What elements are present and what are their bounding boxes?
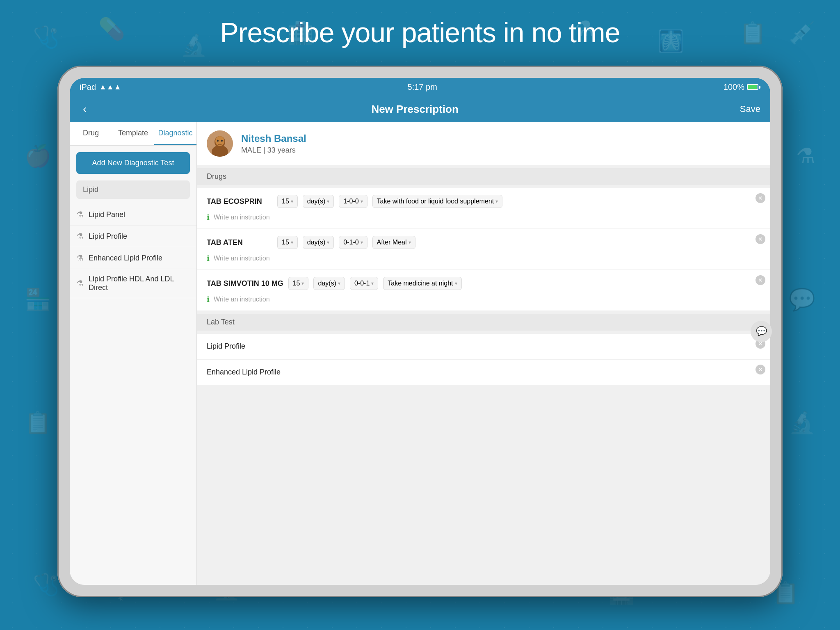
drug-ecosprin-instruction-select[interactable]: Take with food or liquid food supplement… [372, 195, 503, 208]
drug-aten-unit: day(s) [307, 239, 325, 246]
list-item-lipid-panel[interactable]: ⚗ Lipid Panel [70, 204, 196, 226]
simvotin-instruction-arrow-icon: ▾ [455, 281, 457, 286]
drug-card-aten: ✕ TAB ATEN 15 ▾ day(s) ▾ 0-1-0 [197, 229, 770, 269]
drug-ecosprin-write-instruction[interactable]: ℹ Write an instruction [207, 213, 760, 222]
add-diagnostic-button[interactable]: Add New Diagnostic Test [76, 152, 190, 174]
drug-aten-row: TAB ATEN 15 ▾ day(s) ▾ 0-1-0 ▾ [207, 236, 760, 249]
close-aten-button[interactable]: ✕ [756, 234, 765, 244]
battery-icon [747, 84, 760, 90]
drug-simvotin-row: TAB SIMVOTIN 10 MG 15 ▾ day(s) ▾ 0-0-1 ▾ [207, 277, 760, 290]
tab-drug[interactable]: Drug [70, 122, 112, 145]
drug-aten-dose: 0-1-0 [343, 239, 358, 246]
simvotin-unit-arrow-icon: ▾ [338, 281, 340, 286]
battery-fill [748, 85, 757, 89]
flask-icon-1: ⚗ [76, 210, 84, 219]
tab-template[interactable]: Template [112, 122, 154, 145]
battery-percent: 100% [724, 82, 744, 92]
instruction-arrow-icon: ▾ [495, 199, 498, 204]
drug-ecosprin-instruction: Take with food or liquid food supplement [377, 198, 494, 205]
patient-separator: | [263, 146, 267, 154]
drug-aten-unit-select[interactable]: day(s) ▾ [303, 236, 334, 249]
wifi-icon: ▲▲▲ [99, 83, 121, 91]
status-right: 100% [724, 82, 760, 92]
drug-simvotin-dose: 0-0-1 [354, 280, 370, 287]
patient-details: MALE | 33 years [241, 146, 306, 155]
list-item-label-4: Lipid Profile HDL And LDL Direct [89, 275, 190, 292]
drug-simvotin-write-instruction[interactable]: ℹ Write an instruction [207, 295, 760, 304]
drug-ecosprin-row: TAB ECOSPRIN 15 ▾ day(s) ▾ 1-0-0 ▾ [207, 195, 760, 208]
simvotin-dose-arrow-icon: ▾ [371, 281, 374, 286]
aten-dose-arrow-icon: ▾ [361, 240, 363, 245]
drug-aten-days: 15 [282, 239, 289, 246]
patient-avatar [207, 130, 233, 157]
aten-days-arrow-icon: ▾ [291, 240, 293, 245]
drug-card-ecosprin: ✕ TAB ECOSPRIN 15 ▾ day(s) ▾ 1-0-0 [197, 188, 770, 228]
diagnostic-list: ⚗ Lipid Panel ⚗ Lipid Profile ⚗ Enhanced… [70, 204, 196, 585]
list-item-label-2: Lipid Profile [89, 232, 127, 241]
right-content: Nitesh Bansal MALE | 33 years Drugs ✕ TA [197, 122, 770, 585]
drug-ecosprin-days-select[interactable]: 15 ▾ [277, 195, 298, 208]
lab-test-enhanced-lipid-name: Enhanced Lipid Profile [207, 368, 281, 376]
list-item-label-1: Lipid Panel [89, 210, 125, 219]
unit-arrow-icon: ▾ [327, 199, 329, 204]
drug-simvotin-dose-select[interactable]: 0-0-1 ▾ [350, 277, 378, 290]
status-time: 5:17 pm [408, 82, 437, 92]
list-item-lipid-hdl-ldl[interactable]: ⚗ Lipid Profile HDL And LDL Direct [70, 269, 196, 298]
patient-info: Nitesh Bansal MALE | 33 years [241, 133, 306, 155]
status-left: iPad ▲▲▲ [80, 82, 121, 92]
drug-simvotin-instruction: Take medicine at night [388, 280, 453, 287]
battery-tip [759, 86, 760, 89]
drug-ecosprin-unit: day(s) [307, 198, 325, 205]
drug-simvotin-days-select[interactable]: 15 ▾ [288, 277, 309, 290]
list-item-label-3: Enhanced Lipid Profile [89, 254, 162, 262]
close-enhanced-lipid-button[interactable]: ✕ [756, 365, 765, 374]
drug-simvotin-days: 15 [293, 280, 300, 287]
drug-ecosprin-dose-select[interactable]: 1-0-0 ▾ [339, 195, 367, 208]
lab-test-lipid-profile-name: Lipid Profile [207, 342, 245, 350]
drug-card-simvotin: ✕ TAB SIMVOTIN 10 MG 15 ▾ day(s) ▾ 0-0-1 [197, 270, 770, 310]
info-icon-simvotin: ℹ [207, 295, 210, 304]
drug-aten-days-select[interactable]: 15 ▾ [277, 236, 298, 249]
close-simvotin-button[interactable]: ✕ [756, 275, 765, 285]
sidebar: Drug Template Diagnostic Add New Diagnos… [70, 122, 197, 585]
list-item-lipid-profile[interactable]: ⚗ Lipid Profile [70, 226, 196, 247]
aten-instruction-arrow-icon: ▾ [409, 240, 411, 245]
drug-aten-dose-select[interactable]: 0-1-0 ▾ [339, 236, 367, 249]
patient-name: Nitesh Bansal [241, 133, 306, 144]
device-label: iPad [80, 82, 96, 92]
drug-ecosprin-days: 15 [282, 198, 289, 205]
lab-test-card-lipid-profile: ✕ Lipid Profile [197, 334, 770, 359]
drug-aten-instruction-select[interactable]: After Meal ▾ [372, 236, 415, 249]
info-icon-ecosprin: ℹ [207, 213, 210, 222]
drug-simvotin-unit-select[interactable]: day(s) ▾ [313, 277, 345, 290]
page-heading: Prescribe your patients in no time [0, 16, 840, 48]
back-button[interactable]: ‹ [80, 99, 90, 119]
patient-age: 33 years [267, 146, 296, 154]
close-ecosprin-button[interactable]: ✕ [756, 193, 765, 203]
drug-simvotin-name: TAB SIMVOTIN 10 MG [207, 279, 283, 288]
svg-point-5 [221, 140, 223, 142]
list-item-enhanced-lipid[interactable]: ⚗ Enhanced Lipid Profile [70, 247, 196, 269]
svg-point-4 [217, 140, 219, 142]
drug-ecosprin-placeholder: Write an instruction [214, 214, 270, 221]
days-arrow-icon: ▾ [291, 199, 293, 204]
drug-aten-name: TAB ATEN [207, 238, 272, 247]
save-button[interactable]: Save [740, 104, 760, 114]
drug-ecosprin-unit-select[interactable]: day(s) ▾ [303, 195, 334, 208]
dose-arrow-icon: ▾ [361, 199, 363, 204]
drug-aten-write-instruction[interactable]: ℹ Write an instruction [207, 254, 760, 263]
tablet-frame: 💬 iPad ▲▲▲ 5:17 pm 100% ‹ New Pres [57, 66, 783, 597]
drug-simvotin-instruction-select[interactable]: Take medicine at night ▾ [383, 277, 461, 290]
chat-button[interactable]: 💬 [751, 321, 772, 342]
bottom-spacer [197, 385, 770, 401]
content-area: Drug Template Diagnostic Add New Diagnos… [70, 122, 770, 585]
tab-diagnostic[interactable]: Diagnostic [154, 122, 196, 145]
search-box[interactable]: Lipid [76, 180, 190, 199]
simvotin-days-arrow-icon: ▾ [301, 281, 304, 286]
drug-ecosprin-name: TAB ECOSPRIN [207, 197, 272, 206]
info-icon-aten: ℹ [207, 254, 210, 263]
battery-body [747, 84, 758, 90]
drug-simvotin-unit: day(s) [318, 280, 336, 287]
lab-test-card-enhanced-lipid: ✕ Enhanced Lipid Profile [197, 360, 770, 385]
patient-gender: MALE [241, 146, 261, 154]
